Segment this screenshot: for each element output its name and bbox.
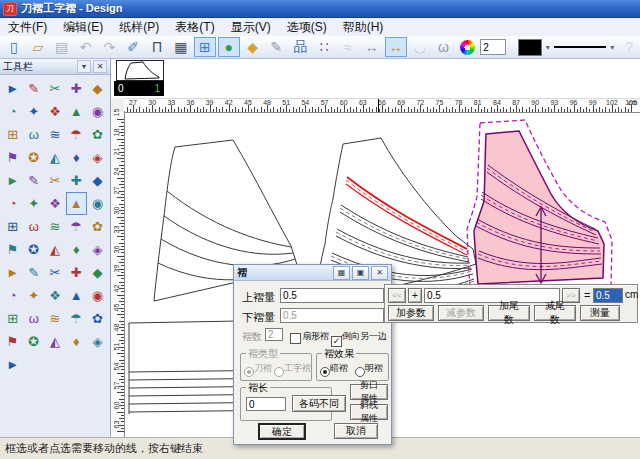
fan-pleat-checkbox[interactable] [290,329,301,347]
line-style-sample[interactable] [554,46,606,48]
sidebar-tool-icon[interactable]: ◔ [2,284,23,307]
sidebar-tool-icon[interactable]: ◆ [87,261,108,284]
sidebar-tool-icon[interactable]: ◈ [87,330,108,353]
close-icon[interactable]: ✕ [371,266,388,280]
sidebar-tool-icon[interactable]: ☂ [66,215,87,238]
sidebar-tool-icon[interactable]: ☂ [66,123,87,146]
sidebar-tool-icon[interactable]: ❖ [44,284,65,307]
sidebar-tool-icon[interactable]: ✿ [87,215,108,238]
piece-left-fan-line[interactable] [164,216,293,254]
sidebar-tool-icon[interactable]: ◈ [87,238,108,261]
sidebar-tool-icon[interactable]: ◭ [44,330,65,353]
piece-left-fan-line[interactable] [161,239,295,266]
sidebar-tool-icon[interactable]: ◉ [87,192,108,215]
close-icon[interactable]: ✕ [93,60,107,73]
sidebar-tool-icon[interactable]: ω [23,215,44,238]
piece-right-outline[interactable] [474,131,604,284]
menu-view[interactable]: 显示(V) [223,18,279,36]
sidebar-tool-icon[interactable]: ◔ [2,192,23,215]
sidebar-tool-icon[interactable]: ◭ [44,238,65,261]
bias-line-properties-button[interactable]: 斜线属性 [350,404,388,420]
sidebar-tool-icon[interactable]: ♦ [66,146,87,169]
sidebar-tool-icon[interactable]: ♦ [66,238,87,261]
sidebar-tool-icon[interactable]: ⊞ [2,307,23,330]
sidebar-tool-icon[interactable]: ✂ [44,77,65,100]
sidebar-tool-icon[interactable]: ✚ [66,261,87,284]
color-wheel-icon[interactable] [456,37,478,57]
plotter-icon[interactable]: Π [146,37,168,57]
open-file-icon[interactable]: ▱ [27,37,49,57]
sidebar-tool-icon[interactable]: ▲ [66,192,87,215]
sidebar-tool-icon[interactable]: ♦ [66,330,87,353]
sidebar-tool-icon[interactable]: ✎ [23,169,44,192]
line-color-swatch[interactable] [518,39,542,56]
grid-icon[interactable]: ▦ [170,37,192,57]
sidebar-tool-icon[interactable]: ✎ [23,77,44,100]
pin-icon[interactable]: ▾ [77,60,91,73]
line-width-input[interactable] [480,39,506,55]
sidebar-tool-icon[interactable]: ⚑ [2,238,23,261]
brush-icon[interactable]: ✎ [265,37,287,57]
sidebar-tool-icon[interactable]: ω [23,123,44,146]
new-file-icon[interactable]: ▯ [3,37,25,57]
sidebar-tool-icon[interactable]: ✂ [44,261,65,284]
sidebar-tool-icon[interactable]: ≋ [44,215,65,238]
sidebar-tool-icon[interactable]: ≋ [44,123,65,146]
sidebar-tool-icon[interactable]: ◆ [87,77,108,100]
result-input[interactable] [593,288,623,303]
menu-pattern[interactable]: 纸样(P) [111,18,167,36]
sidebar-tool-icon[interactable]: ⊞ [2,123,23,146]
link-icon[interactable]: 品 [289,37,311,57]
menu-options[interactable]: 选项(S) [279,18,335,36]
expression-input[interactable] [424,288,560,303]
sidebar-tool-icon[interactable]: ◔ [2,100,23,123]
sidebar-tool-icon[interactable]: ▲ [66,100,87,123]
piece-left-fan-line[interactable] [167,191,291,247]
add-parameter-button[interactable]: 加参数 [388,305,434,321]
sidebar-tool-icon[interactable]: ◆ [87,169,108,192]
sidebar-tool-icon[interactable]: ✦ [23,192,44,215]
sidebar-tool-icon[interactable]: ✂ [44,169,65,192]
measure-button[interactable]: 测量 [580,305,620,321]
menu-table[interactable]: 表格(T) [167,18,222,36]
eraser-icon[interactable]: ✐ [122,37,144,57]
pleat-dialog-titlebar[interactable]: 褶 ▦ ▣ ✕ [234,265,391,281]
sidebar-tool-icon[interactable]: ✪ [23,330,44,353]
sidebar-tool-icon[interactable]: ω [23,307,44,330]
sidebar-tool-icon[interactable]: ◉ [87,100,108,123]
visible-pleat-radio[interactable] [355,362,365,380]
subtract-decimal-button[interactable]: 减尾数 [534,305,576,321]
sidebar-tool-icon[interactable]: ► [2,169,23,192]
sidebar-tool-icon[interactable]: ► [2,353,23,376]
selected-pleat-line[interactable] [347,177,467,249]
chart-icon[interactable]: ∷ [313,37,335,57]
dialog-grid-icon[interactable]: ▣ [352,266,369,280]
sidebar-tool-icon[interactable]: ⚑ [2,330,23,353]
line-style-caret-2[interactable]: ▾ [608,43,616,52]
sidebar-tool-icon[interactable]: ✎ [23,261,44,284]
piece-mid-pleat-line[interactable] [341,205,468,257]
sidebar-tool-icon[interactable]: ► [2,77,23,100]
cancel-button[interactable]: 取消 [334,423,378,439]
piece-view-icon[interactable]: ● [218,37,240,57]
line-style-caret[interactable]: ▾ [544,43,552,52]
sidebar-tool-icon[interactable]: ✦ [23,100,44,123]
sidebar-tool-icon[interactable]: ▲ [66,284,87,307]
hidden-pleat-radio[interactable] [320,362,330,380]
plus-button[interactable]: + [408,288,422,303]
sidebar-tool-icon[interactable]: ≋ [44,307,65,330]
sidebar-tool-icon[interactable]: ✪ [23,238,44,261]
menu-file[interactable]: 文件(F) [0,18,55,36]
fill-icon[interactable]: ◆ [242,37,264,57]
sidebar-tool-icon[interactable]: ✪ [23,146,44,169]
sidebar-tool-icon[interactable]: ✚ [66,169,87,192]
window-icon[interactable]: ⊞ [194,37,216,57]
pleat-length-input[interactable] [246,397,286,411]
measure-line-icon[interactable]: ↔ [385,37,407,57]
sidebar-tool-icon[interactable]: ✿ [87,307,108,330]
dialog-calc-icon[interactable]: ▦ [333,266,350,280]
add-decimal-button[interactable]: 加尾数 [488,305,530,321]
notch-properties-button[interactable]: 剪口属性 [350,384,388,400]
menu-help[interactable]: 帮助(H) [335,18,392,36]
ok-button[interactable]: 确定 [258,423,306,440]
